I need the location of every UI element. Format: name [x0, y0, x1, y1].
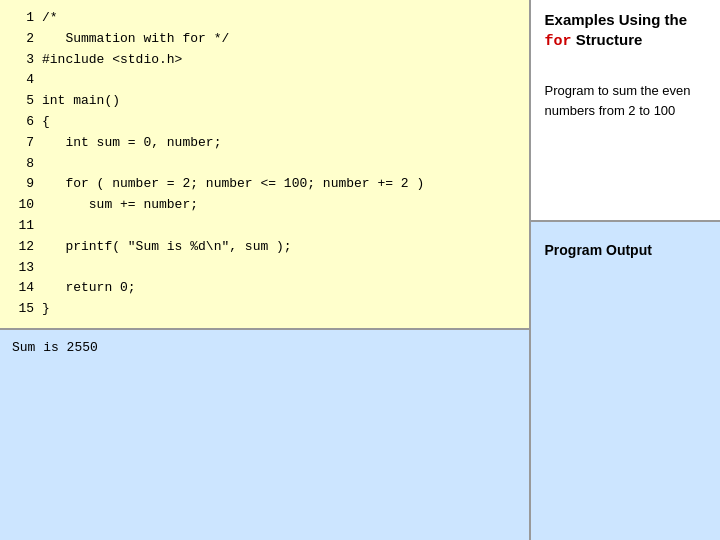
code-line-13: 13	[10, 258, 519, 279]
left-panel: 1 /* 2 Summation with for */ 3 #include …	[0, 0, 529, 540]
code-line-3: 3 #include <stdio.h>	[10, 50, 519, 71]
line-num-12: 12	[10, 237, 34, 258]
line-num-9: 9	[10, 174, 34, 195]
main-layout: 1 /* 2 Summation with for */ 3 #include …	[0, 0, 720, 540]
line-num-4: 4	[10, 70, 34, 91]
code-text-2: Summation with for */	[42, 29, 229, 50]
code-text-7: int sum = 0, number;	[42, 133, 221, 154]
code-line-14: 14 return 0;	[10, 278, 519, 299]
output-text: Sum is 2550	[12, 340, 98, 355]
output-area: Sum is 2550	[0, 330, 529, 540]
line-num-13: 13	[10, 258, 34, 279]
code-line-8: 8	[10, 154, 519, 175]
title-prefix: Examples Using the	[545, 11, 688, 28]
line-num-10: 10	[10, 195, 34, 216]
line-num-5: 5	[10, 91, 34, 112]
code-line-1: 1 /*	[10, 8, 519, 29]
program-output-label: Program Output	[545, 242, 706, 258]
code-text-3: #include <stdio.h>	[42, 50, 182, 71]
line-num-11: 11	[10, 216, 34, 237]
code-text-5: int main()	[42, 91, 120, 112]
code-text-10: sum += number;	[42, 195, 198, 216]
right-bottom: Program Output	[531, 222, 720, 540]
code-line-7: 7 int sum = 0, number;	[10, 133, 519, 154]
code-text-1: /*	[42, 8, 65, 29]
code-text-14: return 0;	[42, 278, 136, 299]
title-suffix: Structure	[576, 31, 643, 48]
code-line-5: 5 int main()	[10, 91, 519, 112]
code-line-10: 10 sum += number;	[10, 195, 519, 216]
line-num-3: 3	[10, 50, 34, 71]
code-line-9: 9 for ( number = 2; number <= 100; numbe…	[10, 174, 519, 195]
line-num-1: 1	[10, 8, 34, 29]
code-area: 1 /* 2 Summation with for */ 3 #include …	[0, 0, 529, 328]
code-line-4: 4	[10, 70, 519, 91]
code-line-6: 6 {	[10, 112, 519, 133]
right-panel: Examples Using the for Structure Program…	[531, 0, 720, 540]
code-line-11: 11	[10, 216, 519, 237]
line-num-14: 14	[10, 278, 34, 299]
title-for: for	[545, 33, 572, 50]
title-line: Examples Using the for Structure	[545, 10, 706, 51]
code-text-6: {	[42, 112, 50, 133]
description: Program to sum the even numbers from 2 t…	[545, 81, 706, 120]
code-text-12: printf( "Sum is %d\n", sum );	[42, 237, 292, 258]
code-line-12: 12 printf( "Sum is %d\n", sum );	[10, 237, 519, 258]
line-num-6: 6	[10, 112, 34, 133]
right-top: Examples Using the for Structure Program…	[531, 0, 720, 220]
line-num-2: 2	[10, 29, 34, 50]
code-text-9: for ( number = 2; number <= 100; number …	[42, 174, 424, 195]
line-num-8: 8	[10, 154, 34, 175]
line-num-15: 15	[10, 299, 34, 320]
code-line-2: 2 Summation with for */	[10, 29, 519, 50]
code-line-15: 15 }	[10, 299, 519, 320]
code-text-15: }	[42, 299, 50, 320]
line-num-7: 7	[10, 133, 34, 154]
